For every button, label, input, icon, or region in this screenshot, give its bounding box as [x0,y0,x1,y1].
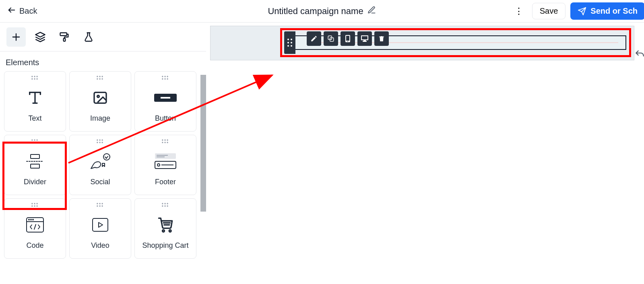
social-icon [89,151,111,171]
pencil-icon[interactable] [367,6,376,16]
paint-roller-icon [59,31,70,43]
plus-icon [10,31,22,43]
elements-grid: •••••• Text •••••• Image •••••• [0,71,206,267]
topbar: Back Untitled campaign name ⋮ Save Send … [0,0,644,23]
save-button[interactable]: Save [532,3,566,19]
cart-icon [157,215,174,235]
svg-marker-31 [99,222,103,227]
scrollbar-thumb[interactable] [200,75,206,212]
svg-rect-18 [155,153,176,159]
svg-point-28 [33,219,33,220]
element-label: Text [28,114,41,123]
svg-point-11 [97,95,99,97]
svg-marker-5 [35,32,45,37]
element-text[interactable]: •••••• Text [4,71,66,132]
grip-icon: •••••• [31,203,39,208]
back-button[interactable]: Back [3,3,41,19]
campaign-title-group: Untitled campaign name [268,6,376,16]
tab-layers[interactable] [31,27,50,47]
element-label: Image [90,114,110,123]
image-icon [91,88,109,108]
svg-point-27 [31,219,31,220]
footer-icon [153,151,178,171]
tab-add[interactable] [6,27,26,47]
grip-icon: •••••• [97,76,104,80]
svg-rect-6 [60,33,67,35]
element-label: Shopping Cart [142,241,188,250]
video-icon [91,215,109,235]
element-label: Footer [155,178,176,186]
send-label: Send or Sch [590,6,638,16]
text-icon [27,88,43,108]
canvas-row [210,26,634,60]
svg-point-17 [103,154,110,160]
body-row: Elements •••••• Text •••••• Image [0,23,644,284]
svg-point-33 [169,230,171,232]
elements-heading: Elements [0,51,206,71]
element-social[interactable]: •••••• Social [69,135,131,195]
element-label: Code [26,241,43,250]
button-icon [153,88,178,108]
grip-icon: •••••• [97,139,104,144]
more-button[interactable]: ⋮ [510,4,527,19]
tool-tabs [0,23,206,51]
grip-icon: •••••• [162,203,169,208]
code-icon [25,215,45,235]
svg-rect-13 [161,97,170,99]
grip-icon: •••••• [31,76,39,80]
send-icon [578,7,586,16]
element-label: Video [91,241,109,250]
flask-icon [83,31,94,43]
layers-icon [35,31,46,43]
grip-icon: •••••• [31,139,39,144]
svg-rect-14 [31,154,39,158]
element-video[interactable]: •••••• Video [69,198,131,259]
element-footer[interactable]: •••••• Footer [134,135,196,195]
grip-icon: •••••• [162,76,169,80]
grip-icon: •••••• [162,139,169,144]
undo-icon [634,54,644,61]
back-label: Back [19,6,37,16]
undo-button[interactable] [634,49,644,61]
element-image[interactable]: •••••• Image [69,71,131,132]
topbar-actions: ⋮ Save Send or Sch [510,2,641,20]
svg-point-26 [29,219,29,220]
tab-test[interactable] [79,27,98,47]
element-button[interactable]: •••••• Button [134,71,196,132]
kebab-icon: ⋮ [514,6,523,16]
svg-rect-16 [31,164,39,168]
element-label: Social [90,178,110,186]
grip-icon: •••••• [97,203,104,208]
elements-panel: Elements •••••• Text •••••• Image [0,51,206,284]
tab-theme[interactable] [55,27,74,47]
annotation-highlight-block [280,28,631,57]
send-or-schedule-button[interactable]: Send or Sch [570,2,644,20]
arrow-left-icon [7,6,16,16]
svg-line-29 [34,224,36,229]
divider-icon [26,151,44,171]
svg-rect-7 [64,38,66,41]
canvas-area[interactable] [206,23,644,284]
left-panel: Elements •••••• Text •••••• Image [0,23,206,284]
element-divider[interactable]: •••••• Divider [4,135,66,195]
svg-point-22 [157,164,160,166]
element-code[interactable]: •••••• Code [4,198,66,259]
element-shopping-cart[interactable]: •••••• Shopping Cart [134,198,196,259]
svg-rect-30 [93,218,108,231]
element-label: Divider [24,178,46,186]
element-label: Button [155,114,176,123]
campaign-title: Untitled campaign name [268,6,363,16]
svg-point-32 [163,230,165,232]
